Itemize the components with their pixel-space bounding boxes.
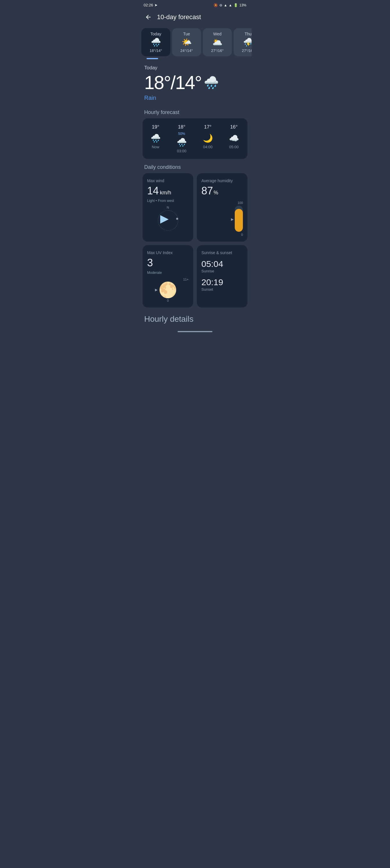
hourly-precip-0300: 50% (178, 132, 185, 136)
today-section: Today 18°/14° 🌧️ Rain (139, 59, 251, 104)
today-weather-icon: 🌧️ (204, 75, 218, 90)
hourly-item-now: 19° 🌧️ Now (143, 123, 169, 154)
wifi-icon: ▲ (224, 3, 227, 7)
humidity-bar (235, 206, 243, 232)
hourly-icon-0300: 🌧️ (177, 137, 187, 147)
humidity-card: Average humidity 87 % 100 ▶ 0 (197, 173, 247, 242)
hourly-temp-0400: 17° (204, 124, 212, 130)
active-indicator (139, 56, 251, 59)
day-name-thu: Thu (245, 32, 251, 36)
wind-value: 14 (147, 185, 159, 197)
hourly-forecast-card[interactable]: 19° 🌧️ Now 18° 50% 🌧️ 03:00 17° 🌙 04:00 … (143, 118, 247, 159)
today-high: 18°/14° (144, 72, 201, 93)
humidity-scale-top: 100 (238, 201, 243, 205)
wind-visual: N ▶ (147, 206, 189, 232)
bottom-indicator (178, 331, 212, 332)
humidity-arrow-icon: ▶ (231, 217, 234, 221)
battery-icon: 🔋 (234, 3, 238, 7)
humidity-scale-bot: 0 (241, 233, 243, 237)
humidity-label: Average humidity (201, 178, 243, 183)
location-icon: ➤ (154, 3, 157, 7)
sunset-time: 20:19 (201, 277, 243, 287)
day-icon-today: 🌧️ (151, 37, 161, 47)
sunrise-label: Sunrise & sunset (201, 250, 243, 255)
uv-sun-icon: 🌕 (158, 281, 177, 299)
hourly-time-0300: 03:00 (177, 149, 187, 153)
humidity-value: 87 (201, 185, 213, 197)
sunrise-card: Sunrise & sunset 05:04 Sunrise 20:19 Sun… (197, 245, 247, 308)
compass-dot (176, 218, 178, 220)
day-temp-tue: 24°/14° (180, 49, 193, 53)
hourly-icon-now: 🌧️ (151, 133, 161, 143)
hourly-temp-now: 19° (152, 124, 159, 130)
day-card-wed[interactable]: Wed 🌥️ 27°/16° (203, 28, 232, 56)
page-title: 10-day forecast (157, 13, 201, 21)
uv-card: Max UV Index 3 Moderate 11+ ▶ 🌕 0 (143, 245, 193, 308)
hourly-time-0500: 05:00 (229, 145, 239, 149)
hourly-forecast-title: Hourly forecast (139, 104, 251, 118)
today-label: Today (144, 65, 246, 71)
day-icon-wed: 🌥️ (212, 37, 222, 47)
day-icon-tue: 🌤️ (182, 37, 192, 47)
hourly-icon-0500: ☁️ (229, 133, 239, 143)
hourly-item-0400: 17° 🌙 04:00 (195, 123, 221, 154)
day-icon-thu: ⛈️ (243, 37, 252, 47)
day-temp-wed: 27°/16° (211, 49, 224, 53)
hourly-details-title: Hourly details (139, 308, 251, 329)
uv-pointer-icon: ▶ (155, 288, 157, 292)
page-header: 10-day forecast (139, 9, 251, 28)
today-condition: Rain (144, 95, 246, 101)
uv-description: Moderate (147, 271, 189, 275)
wind-direction-icon: ▶ (160, 212, 169, 225)
day-name-wed: Wed (213, 32, 222, 36)
battery-percent: 13% (239, 3, 246, 7)
day-card-tue[interactable]: Tue 🌤️ 24°/14° (172, 28, 201, 56)
status-bar: 02:26 ➤ 🔕 ⊖ ▲ ▲ 🔋 13% (139, 0, 251, 9)
hourly-time-now: Now (152, 145, 159, 149)
signal-icon: ▲ (229, 3, 232, 7)
uv-scale-bot: 0 (167, 299, 169, 302)
sunrise-sublabel: Sunrise (201, 269, 243, 273)
wind-card: Max wind 14 km/h Light • From west N ▶ (143, 173, 193, 242)
sunrise-block: 05:04 Sunrise (201, 259, 243, 273)
sunrise-time: 05:04 (201, 259, 243, 269)
compass-north-label: N (167, 206, 169, 209)
wind-label: Max wind (147, 178, 189, 183)
day-temp-thu: 27°/16° (242, 49, 251, 53)
day-temp-today: 18°/14° (150, 49, 162, 53)
hourly-temp-0300: 18° (178, 124, 185, 130)
back-button[interactable] (143, 12, 153, 22)
daily-conditions-title: Daily conditions (139, 159, 251, 173)
mute-icon: 🔕 (214, 3, 218, 7)
hourly-item-0600: 16° ☁️ 06:00 (247, 123, 247, 154)
day-card-today[interactable]: Today 🌧️ 18°/14° (141, 28, 170, 56)
hourly-item-0300: 18° 50% 🌧️ 03:00 (169, 123, 195, 154)
today-temperature: 18°/14° 🌧️ (144, 72, 246, 93)
dnd-icon: ⊖ (219, 3, 222, 7)
wind-description: Light • From west (147, 199, 189, 203)
hourly-temp-0500: 16° (230, 124, 238, 130)
day-card-thu[interactable]: Thu ⛈️ 27°/16° (234, 28, 251, 56)
sunset-sublabel: Sunset (201, 287, 243, 291)
humidity-unit: % (214, 190, 218, 196)
bottom-bar (139, 329, 251, 337)
uv-value: 3 (147, 257, 189, 269)
uv-label: Max UV Index (147, 250, 189, 255)
uv-scale-top: 11+ (183, 278, 189, 281)
sunset-block: 20:19 Sunset (201, 277, 243, 291)
hourly-time-0400: 04:00 (203, 145, 213, 149)
day-name-today: Today (150, 32, 161, 36)
hourly-item-0500: 16° ☁️ 05:00 (221, 123, 247, 154)
humidity-bar-fill (235, 209, 243, 231)
wind-unit: km/h (160, 190, 171, 196)
sunrise-times: 05:04 Sunrise 20:19 Sunset (201, 259, 243, 291)
day-name-tue: Tue (183, 32, 190, 36)
conditions-grid: Max wind 14 km/h Light • From west N ▶ A… (139, 173, 251, 308)
day-selector: Today 🌧️ 18°/14° Tue 🌤️ 24°/14° Wed 🌥️ 2… (139, 28, 251, 56)
hourly-icon-0400: 🌙 (203, 133, 213, 143)
status-time: 02:26 (144, 3, 153, 7)
